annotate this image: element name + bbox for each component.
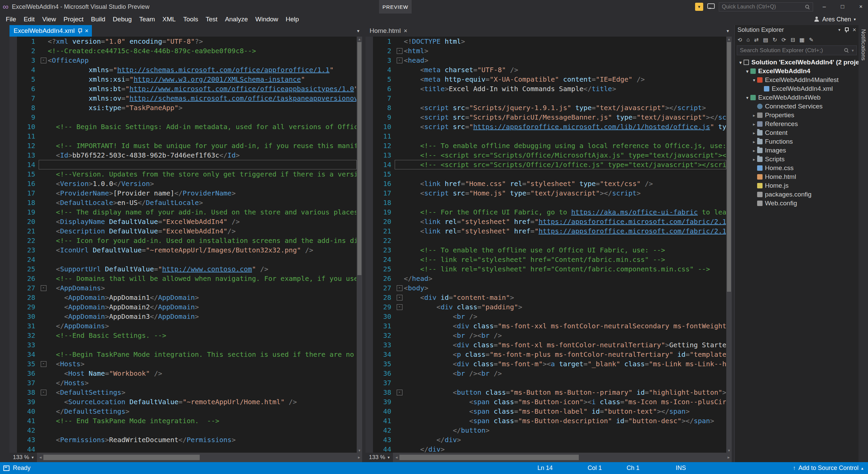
code-line[interactable]: 11 [373,131,726,141]
code-line[interactable]: 27- <AppDomains> [17,283,357,293]
panel-header[interactable]: Solution Explorer ▾ × [735,25,859,35]
code-line[interactable]: 41 <span class="ms-Button-description" i… [373,416,726,426]
code-line[interactable]: 6 xmlns:bt="http://www.microsoft.com/off… [17,84,357,94]
code-line[interactable]: 39 <SourceLocation DefaultValue="~remote… [17,397,357,407]
code-line[interactable]: 12 <!-- To enable offline debugging usin… [373,141,726,150]
pin-icon[interactable] [78,28,82,34]
code-line[interactable]: 13 <Id>bb76f522-503c-4838-962b-7d46eef1f… [17,150,357,160]
code-line[interactable]: 37 [373,378,726,388]
code-line[interactable]: 36 <Host Name="Workbook" /> [17,369,357,378]
scroll-left-icon[interactable]: ◂ [37,453,43,462]
scrollbar-thumb[interactable] [727,42,731,292]
code-line[interactable]: 22 <!-- Icon for your add-in. Used on in… [17,236,357,245]
code-line[interactable]: 28- <div id="content-main"> [373,293,726,302]
quick-launch-input[interactable]: Quick Launch (Ctrl+Q) [719,2,813,12]
code-line[interactable]: 18 <DefaultLocale>en-US</DefaultLocale> [17,198,357,207]
tree-item-images[interactable]: ▸Images [735,146,859,155]
chevron-expanded-icon[interactable]: ▾ [744,95,750,100]
code-line[interactable]: 34 <!--Begin TaskPane Mode integration. … [17,350,357,359]
chevron-expanded-icon[interactable]: ▾ [751,78,757,83]
fold-collapse-icon[interactable]: - [397,48,402,54]
code-line[interactable]: 11 [17,131,357,141]
close-icon[interactable]: × [85,27,88,35]
code-line[interactable]: 5 <meta http-equiv="X-UA-Compatible" con… [373,75,726,84]
code-line[interactable]: 29- <div class="padding"> [373,302,726,312]
fold-collapse-icon[interactable]: - [397,390,402,395]
code-line[interactable]: 4 <meta charset="UTF-8" /> [373,65,726,75]
pending-changes-filter-icon[interactable]: ▤ [763,37,768,43]
fold-collapse-icon[interactable]: - [397,304,402,310]
code-line[interactable]: 17 <ProviderName>[Provider name]</Provid… [17,188,357,198]
tree-item-functions[interactable]: ▸Functions [735,137,859,146]
scroll-up-icon[interactable]: ▴ [357,37,362,41]
code-line[interactable]: 43 </div> [373,435,726,445]
code-line[interactable]: 15 <!--Version. Updates from the store o… [17,169,357,179]
code-line[interactable]: 21 <link rel="stylesheet" href="https://… [373,226,726,236]
home-icon[interactable]: ⌂ [746,37,750,43]
zoom-control[interactable]: 133 % ▾ [366,453,393,462]
zoom-control[interactable]: 133 % ▾ [9,453,37,462]
fold-collapse-icon[interactable]: - [41,58,46,63]
menu-item-debug[interactable]: Debug [109,14,136,25]
scroll-down-icon[interactable]: ▾ [357,448,362,453]
code-line[interactable]: 14 <!-- <script src="Scripts/Office/1/of… [373,160,726,169]
code-line[interactable]: 25 <!-- link rel="stylesheet" href="Cont… [373,264,726,274]
fold-collapse-icon[interactable]: - [397,58,402,63]
tree-item-packages-config[interactable]: packages.config [735,190,859,199]
code-line[interactable]: 16 <link href="Home.css" rel="stylesheet… [373,179,726,188]
code-line[interactable]: 1<?xml version="1.0" encoding="UTF-8"?> [17,37,357,46]
code-line[interactable]: 30 <br /> [373,312,726,321]
status-line[interactable]: Ln 14 [537,465,553,472]
code-line[interactable]: 31 <div class="ms-font-xxl ms-fontColor-… [373,321,726,331]
tree-item-excelwebaddin4[interactable]: ▾ExcelWebAddIn4 [735,67,859,76]
code-line[interactable]: 33 [17,340,357,350]
chevron-collapsed-icon[interactable]: ▸ [751,148,757,153]
tree-item-excelwebaddin4-xml[interactable]: ExcelWebAddIn4.xml [735,84,859,93]
code-line[interactable]: 42 </button> [373,426,726,435]
code-line[interactable]: 40 <span class="ms-Button-label" id="but… [373,407,726,416]
document-dropdown-icon[interactable]: ▾ [724,28,732,34]
code-line[interactable]: 39 <span class="ms-Button-icon"><i class… [373,397,726,407]
chevron-expanded-icon[interactable]: ▾ [744,69,750,74]
scroll-up-icon[interactable]: ▴ [726,37,732,41]
menu-item-file[interactable]: File [2,14,20,25]
status-character[interactable]: Ch 1 [627,465,639,472]
vertical-scrollbar[interactable]: ▴ ▾ [726,37,732,453]
menu-item-xml[interactable]: XML [159,14,179,25]
close-icon[interactable]: × [852,26,856,34]
scrollbar-thumb[interactable] [399,455,579,460]
code-line[interactable]: 18 [373,198,726,207]
code-line[interactable]: 24 <!-- link rel="stylesheet" href="Cont… [373,255,726,264]
chevron-collapsed-icon[interactable]: ▸ [751,113,757,118]
code-line[interactable]: 22 [373,236,726,245]
tree-item-excelwebaddin4manifest[interactable]: ▾ExcelWebAddIn4Manifest [735,76,859,84]
tree-item-excelwebaddin4web[interactable]: ▾ExcelWebAddIn4Web [735,93,859,102]
code-line[interactable]: 9 [17,112,357,122]
vertical-scrollbar[interactable]: ▴ ▾ [357,37,362,453]
code-line[interactable]: 8 xsi:type="TaskPaneApp"> [17,103,357,112]
code-line[interactable]: 35- <Hosts> [17,359,357,369]
menu-item-build[interactable]: Build [87,14,109,25]
code-line[interactable]: 33 <div class="ms-font-xl ms-fontColor-n… [373,340,726,350]
code-line[interactable]: 1<!DOCTYPE html> [373,37,726,46]
code-line[interactable]: 6 <title>Excel Add-In with Commands Samp… [373,84,726,94]
horizontal-scrollbar[interactable] [399,453,726,462]
chevron-collapsed-icon[interactable]: ▸ [751,130,757,136]
fold-collapse-icon[interactable]: - [397,295,402,301]
sync-with-active-document-icon[interactable]: ↻ [773,37,777,43]
status-insert-mode[interactable]: INS [676,465,686,472]
code-line[interactable]: 16 <Version>1.0.0</Version> [17,179,357,188]
fold-collapse-icon[interactable]: - [397,285,402,291]
tree-item-connected-services[interactable]: Connected Services [735,102,859,111]
horizontal-scrollbar[interactable] [43,453,356,462]
code-line[interactable]: 30 <AppDomain>AppDomain3</AppDomain> [17,312,357,321]
code-line[interactable]: 3-<OfficeApp [17,56,357,65]
tree-item-home-html[interactable]: Home.html [735,172,859,181]
code-line[interactable]: 20 <link rel="stylesheet" href="https://… [373,217,726,226]
code-line[interactable]: 32 <!--End Basic Settings. --> [17,331,357,340]
menu-item-team[interactable]: Team [136,14,159,25]
breakpoint-margin[interactable] [9,37,17,453]
scrollbar-thumb[interactable] [357,42,361,275]
minimize-button[interactable]: – [817,0,831,14]
code-line[interactable]: 13 <!-- <script src="Scripts/Office/Micr… [373,150,726,160]
